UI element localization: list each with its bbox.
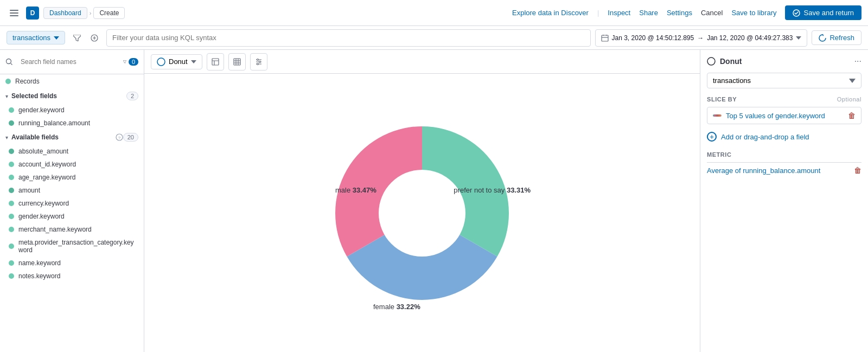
chart-type-label: Donut <box>169 57 188 66</box>
date-to: Jan 12, 2020 @ 04:49:27.383 <box>707 34 793 42</box>
slice-by-label: Slice by <box>707 96 737 103</box>
save-library-link[interactable]: Save to library <box>731 9 776 17</box>
records-item[interactable]: Records <box>0 74 144 88</box>
settings-sliders-icon <box>255 58 263 66</box>
svg-point-14 <box>259 61 260 62</box>
breadcrumb-create[interactable]: Create <box>93 7 125 19</box>
layout-icon-button[interactable] <box>207 53 224 71</box>
available-fields-section[interactable]: ▾ Available fields ? 20 <box>0 130 144 145</box>
add-field-row[interactable]: + Add or drag-and-drop a field <box>707 129 861 145</box>
date-arrow: → <box>697 34 704 42</box>
nav-links: Explore data in Discover | Inspect Share… <box>512 5 861 20</box>
refresh-button[interactable]: Refresh <box>812 30 861 45</box>
avail-field-account_id[interactable]: account_id.keyword <box>0 158 144 171</box>
field-name-label: name.keyword <box>18 259 61 267</box>
slice-by-section: Slice by Optional <box>707 96 861 103</box>
index-select[interactable]: transactions <box>707 73 861 88</box>
date-range-picker[interactable]: Jan 3, 2020 @ 14:50:12.895 → Jan 12, 202… <box>595 29 808 47</box>
kql-input[interactable] <box>106 29 590 47</box>
avail-field-meta-provider[interactable]: meta.provider_transaction_category.keywo… <box>0 236 144 257</box>
table-icon-button[interactable] <box>228 53 246 71</box>
chevron-down-icon <box>191 60 196 63</box>
svg-point-13 <box>257 59 258 60</box>
records-label: Records <box>15 78 40 85</box>
avail-field-merchant_name[interactable]: merchant_name.keyword <box>0 223 144 236</box>
avail-field-notes[interactable]: notes.keyword <box>0 270 144 283</box>
filter-toggle-button[interactable] <box>69 30 85 46</box>
svg-rect-12 <box>234 59 240 65</box>
avail-field-absolute_amount[interactable]: absolute_amount <box>0 145 144 158</box>
add-field-label: Add or drag-and-drop a field <box>721 133 809 141</box>
chart-type-button[interactable]: Donut <box>151 54 202 69</box>
slice-item: Top 5 values of gender.keyword 🗑 <box>707 107 861 124</box>
collapse-icon: ▾ <box>5 93 8 99</box>
inspect-link[interactable]: Inspect <box>608 9 630 17</box>
table-icon <box>233 58 241 66</box>
svg-rect-1 <box>10 12 18 14</box>
filter-icon-button[interactable] <box>250 53 267 71</box>
avail-field-currency[interactable]: currency.keyword <box>0 197 144 210</box>
field-type-dot <box>9 244 14 249</box>
panel-donut-icon <box>707 57 716 66</box>
breadcrumb: Dashboard › Create <box>43 7 125 19</box>
filter-bar: transactions Jan 3, 2020 @ 14:50:12.895 … <box>0 26 868 50</box>
field-type-dot <box>9 175 14 180</box>
svg-text:?: ? <box>118 136 121 140</box>
field-name-label: account_id.keyword <box>18 161 76 168</box>
field-name-label: absolute_amount <box>18 148 68 155</box>
search-icon <box>5 58 13 66</box>
delete-slice-button[interactable]: 🗑 <box>848 111 856 120</box>
sidebar-search-bar: 0 <box>0 50 144 74</box>
field-name-label: gender.keyword <box>18 213 65 220</box>
selected-field-balance[interactable]: running_balance.amount <box>0 117 144 130</box>
help-icon: ? <box>116 133 123 141</box>
available-fields-count: 20 <box>123 133 138 142</box>
panel-header: Donut ··· <box>707 56 861 66</box>
available-fields-label: Available fields <box>11 133 113 141</box>
sidebar: 0 Records ▾ Selected fields 2 gender.key… <box>0 50 144 352</box>
layout-icon <box>212 58 219 66</box>
settings-link[interactable]: Settings <box>667 9 692 17</box>
donut-labels: male 33.47% prefer not to say 33.31% fem… <box>308 99 536 327</box>
avail-field-gender[interactable]: gender.keyword <box>0 210 144 223</box>
panel-more-button[interactable]: ··· <box>854 56 861 66</box>
avail-field-age_range[interactable]: age_range.keyword <box>0 171 144 184</box>
panel-title: Donut <box>720 57 850 66</box>
svg-point-10 <box>159 60 163 63</box>
field-type-dot <box>9 260 14 266</box>
delete-metric-button[interactable]: 🗑 <box>854 166 861 175</box>
svg-rect-5 <box>602 35 608 41</box>
field-type-dot <box>9 107 14 113</box>
selected-fields-section[interactable]: ▾ Selected fields 2 <box>0 88 144 104</box>
metric-section: Metric <box>707 151 861 158</box>
right-panel: Donut ··· transactions Slice by Optional… <box>700 50 868 352</box>
explore-link[interactable]: Explore data in Discover <box>512 9 589 17</box>
selected-field-gender[interactable]: gender.keyword <box>0 104 144 117</box>
avail-field-amount[interactable]: amount <box>0 184 144 197</box>
avail-field-name[interactable]: name.keyword <box>0 257 144 270</box>
cancel-link[interactable]: Cancel <box>701 9 723 17</box>
field-name-label: merchant_name.keyword <box>18 226 92 233</box>
svg-rect-2 <box>10 15 18 16</box>
field-type-dot <box>9 120 14 126</box>
share-link[interactable]: Share <box>639 9 658 17</box>
app-badge: D <box>26 7 39 20</box>
filter-count-button[interactable]: 0 <box>123 54 138 69</box>
svg-rect-11 <box>212 59 219 65</box>
metric-item-label: Average of running_balance.amount <box>707 167 850 175</box>
main-layout: 0 Records ▾ Selected fields 2 gender.key… <box>0 50 868 352</box>
add-filter-button[interactable] <box>87 30 102 46</box>
search-input[interactable] <box>16 56 120 68</box>
field-name-label: notes.keyword <box>18 272 60 280</box>
save-return-button[interactable]: Save and return <box>785 5 861 20</box>
records-dot <box>5 79 11 84</box>
breadcrumb-dashboard[interactable]: Dashboard <box>43 7 87 19</box>
selected-fields-label: Selected fields <box>11 92 126 100</box>
selected-fields-count: 2 <box>126 92 138 100</box>
field-type-dot <box>9 273 14 279</box>
field-type-dot <box>9 188 14 193</box>
index-pattern-pill[interactable]: transactions <box>7 31 65 44</box>
hamburger-icon[interactable] <box>7 5 22 21</box>
svg-point-6 <box>7 59 11 64</box>
index-name: transactions <box>12 34 50 42</box>
